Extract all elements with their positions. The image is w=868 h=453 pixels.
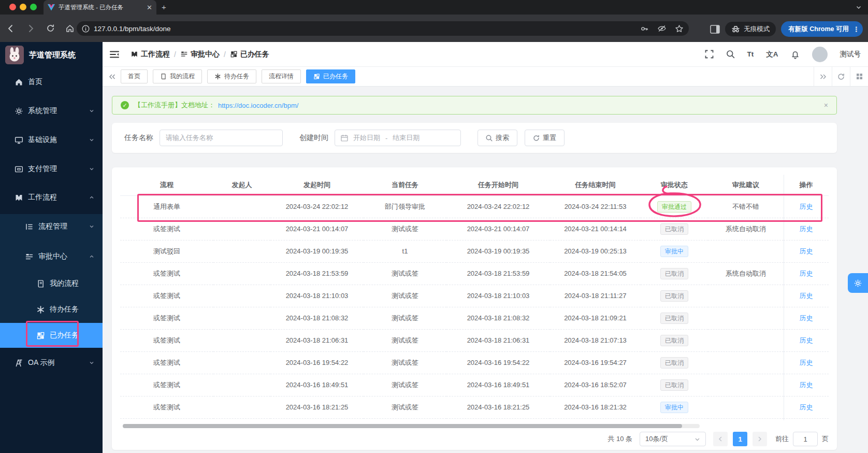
page-tab-process-detail[interactable]: 流程详情 [262,69,301,83]
chrome-update-button[interactable]: 有新版 Chrome 可用 ⋮ [781,21,863,37]
reload-icon[interactable] [41,20,59,37]
sidebar-item-done-tasks[interactable]: 已办任务 [0,323,103,348]
translate-icon[interactable]: 文A [766,50,778,59]
chevron-up-icon [89,195,94,200]
bookmark-star-icon[interactable] [675,24,684,33]
password-key-icon[interactable] [640,24,649,33]
search-icon[interactable] [726,50,735,59]
breadcrumb-item-workflow[interactable]: 工作流程 [131,50,170,59]
back-icon[interactable] [2,20,20,37]
status-badge: 审批通过 [657,201,691,213]
history-link[interactable]: 历史 [800,292,813,300]
sidebar-item-process-manage[interactable]: 流程管理 [0,214,103,239]
breadcrumb-item-approval-center[interactable]: 审批中心 [180,50,220,59]
table-row: 或签测试 2024-03-18 21:10:03 测试或签 2024-03-18… [120,285,829,307]
cell-task-start: 2024-03-19 00:19:35 [446,240,550,262]
sidebar-item-workflow[interactable]: 工作流程 [0,185,103,210]
history-link[interactable]: 历史 [800,270,813,277]
eye-off-icon[interactable] [657,24,667,33]
cell-process: 或签测试 [120,307,213,329]
layout-grid-icon[interactable] [850,67,868,86]
new-tab-button[interactable]: + [162,3,166,11]
history-link[interactable]: 历史 [800,336,813,344]
sidebar-item-infra[interactable]: 基础设施 [0,128,103,152]
end-date-placeholder: 结束日期 [393,133,419,143]
history-link[interactable]: 历史 [800,314,813,322]
username[interactable]: 测试号 [840,50,861,59]
history-link[interactable]: 历史 [800,225,813,233]
page-tab-done-tasks[interactable]: 已办任务 [306,69,355,83]
next-page-button[interactable] [753,432,767,446]
close-window-button[interactable] [9,4,16,10]
search-button[interactable]: 搜索 [478,130,517,146]
cell-start-time: 2024-03-18 21:08:32 [270,307,364,329]
chevron-down-icon [89,108,94,114]
workflow-icon [131,50,138,58]
refresh-page-icon[interactable] [832,67,850,86]
sidebar-item-todo-tasks[interactable]: 待办任务 [0,297,103,322]
sidebar-item-approval-center[interactable]: 审批中心 [0,244,103,269]
sidebar-collapse-icon[interactable] [110,50,119,59]
tab-search-chevron-icon[interactable] [856,4,862,10]
process-manage-icon [25,222,34,231]
user-avatar[interactable] [812,47,828,62]
cell-task-start: 2024-03-16 18:49:51 [446,374,550,396]
cell-actions: 历史 [784,195,829,218]
sidebar-item-system[interactable]: 系统管理 [0,98,103,123]
page-size-select[interactable]: 10条/页 [640,432,706,446]
history-link[interactable]: 历史 [800,359,813,366]
chevron-down-icon [89,137,94,143]
page-number-button[interactable]: 1 [733,432,747,446]
prev-page-button[interactable] [713,432,728,446]
banner-close-icon[interactable]: × [824,101,828,109]
history-link[interactable]: 历史 [800,403,813,411]
cell-actions: 历史 [784,262,829,285]
date-range-input[interactable]: 开始日期 - 结束日期 [335,130,461,146]
sidebar-item-payment[interactable]: 支付管理 [0,157,103,181]
maximize-window-button[interactable] [30,4,37,10]
monitor-icon [15,136,23,145]
history-link[interactable]: 历史 [800,247,813,255]
cell-current-task: 测试或签 [364,218,446,240]
home-icon[interactable] [61,20,79,37]
cell-status: 已取消 [641,351,708,374]
cell-actions: 历史 [784,240,829,262]
sidebar-item-my-process[interactable]: 我的流程 [0,271,103,296]
sidebar-item-label: 流程管理 [38,222,67,231]
table-row: 或签测试 2024-03-16 19:54:22 测试或签 2024-03-16… [120,351,829,374]
sidebar-item-label: 待办任务 [50,305,79,314]
fullscreen-icon[interactable] [705,50,714,59]
task-name-label: 任务名称 [124,133,153,143]
reset-button[interactable]: 重置 [525,130,565,146]
tabs-scroll-right-icon[interactable] [814,67,832,86]
browser-tab[interactable]: 芋道管理系统 - 已办任务 ✕ [44,0,156,15]
search-form: 任务名称 请输入任务名称 创建时间 开始日期 - 结束日期 搜索 [112,123,837,153]
sidebar-item-home[interactable]: 首页 [0,69,103,94]
tabs-scroll-left-icon[interactable] [109,74,115,80]
col-header-actions: 操作 [784,175,829,195]
bell-icon[interactable] [791,50,800,59]
history-link[interactable]: 历史 [800,381,813,389]
forward-icon[interactable] [22,20,39,37]
tab-close-icon[interactable]: ✕ [147,4,152,11]
browser-menu-kebab-icon[interactable]: ⋮ [853,25,860,33]
address-bar[interactable]: 127.0.0.1/bpm/task/done [77,21,689,36]
theme-settings-button[interactable] [848,273,868,293]
side-panel-icon[interactable] [710,25,720,34]
task-name-input[interactable]: 请输入任务名称 [160,130,283,146]
page-tab-my-process[interactable]: 我的流程 [153,69,202,83]
minimize-window-button[interactable] [20,4,26,10]
horizontal-scrollbar[interactable] [123,424,700,428]
banner-doc-link[interactable]: https://doc.iocoder.cn/bpm/ [218,102,298,109]
scrollbar-thumb[interactable] [123,424,682,428]
site-info-icon[interactable] [82,25,90,33]
page-tab-home[interactable]: 首页 [121,69,148,83]
url-text[interactable]: 127.0.0.1/bpm/task/done [94,25,640,33]
page-tab-todo-tasks[interactable]: 待办任务 [207,69,256,83]
history-link[interactable]: 历史 [800,203,813,210]
sidebar-item-oa-demo[interactable]: OA 示例 [0,350,103,375]
font-size-icon[interactable]: Tt [747,50,754,58]
cell-process: 或签测试 [120,285,213,307]
goto-page-input[interactable] [793,432,818,446]
page-tab-label: 首页 [128,72,140,81]
